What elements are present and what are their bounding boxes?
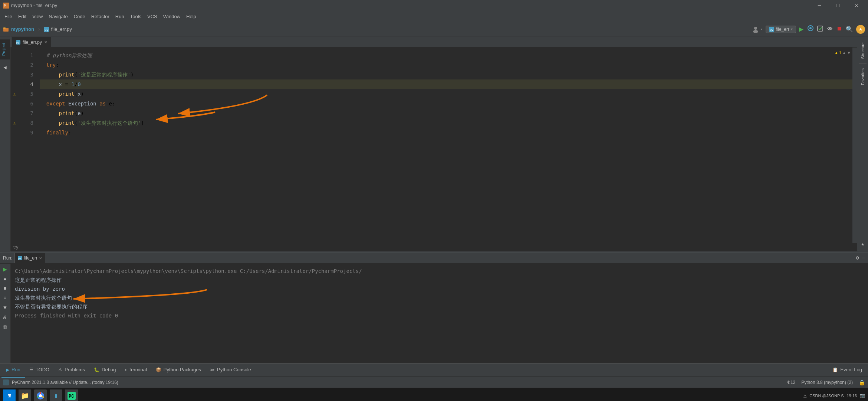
start-button[interactable]: ⊞ — [3, 389, 16, 401]
output-line-1: 这是正常的程序操作 — [15, 276, 864, 284]
tab-terminal[interactable]: ▪ Terminal — [120, 363, 151, 378]
tab-python-packages[interactable]: 📦 Python Packages — [151, 363, 206, 378]
svg-point-24 — [39, 394, 42, 397]
console-tab-icon: ≫ — [210, 367, 215, 372]
run-file-tab-close[interactable]: ✕ — [39, 256, 42, 260]
maximize-button[interactable]: □ — [829, 0, 846, 11]
menu-vcs[interactable]: VCS — [144, 12, 160, 21]
profile-button[interactable] — [826, 25, 833, 33]
run-tab-icon: ▶ — [6, 367, 9, 372]
run-settings-icon[interactable]: ⚙ — [856, 255, 859, 261]
warning-nav-up[interactable]: ▲ — [842, 50, 846, 55]
output-line-3: 发生异常时执行这个语句 — [15, 293, 864, 302]
svg-text:P: P — [4, 4, 6, 8]
taskbar-pycharm[interactable]: PC — [65, 389, 78, 401]
collapse-icon[interactable]: ◀ — [2, 63, 8, 72]
file-name-toolbar[interactable]: file_err.py — [51, 26, 72, 32]
code-line-3: print('这是正常的程序操作') — [40, 70, 852, 79]
explorer-icon: 📁 — [21, 392, 29, 400]
tab-debug[interactable]: 🐛 Debug — [89, 363, 120, 378]
tab-todo[interactable]: ☰ TODO — [25, 363, 54, 378]
coverage-button[interactable] — [817, 25, 823, 33]
run-configuration[interactable]: py file_err ▾ — [766, 26, 796, 33]
rerun-button[interactable]: ▶ — [1, 265, 9, 273]
user-avatar[interactable]: A — [856, 25, 865, 34]
menu-navigate[interactable]: Navigate — [46, 12, 70, 21]
menu-window[interactable]: Window — [160, 12, 183, 21]
warning-indicator[interactable]: ▲ 1 ▲ ▼ — [834, 50, 851, 55]
menu-view[interactable]: View — [29, 12, 46, 21]
clear-button[interactable]: 🗑 — [1, 323, 9, 331]
file-tabs: py file_err.py ✕ — [10, 36, 857, 48]
menu-edit[interactable]: Edit — [15, 12, 29, 21]
run-file-tab[interactable]: py file_err ✕ — [14, 253, 45, 263]
wrap-button[interactable]: ≡ — [1, 294, 9, 302]
file-tab-file-err[interactable]: py file_err.py ✕ — [12, 37, 51, 47]
tab-problems[interactable]: ⚠ Problems — [54, 363, 89, 378]
menu-run[interactable]: Run — [112, 12, 127, 21]
line-num-5: 5 — [30, 89, 33, 99]
search-button[interactable]: 🔍 — [846, 26, 853, 33]
output-line-4: 不管是否有异常都要执行的程序 — [15, 302, 864, 311]
tab-python-console[interactable]: ≫ Python Console — [206, 363, 256, 378]
editor-scrollbar[interactable] — [852, 48, 857, 243]
output-line-exit: Process finished with exit code 0 — [15, 311, 864, 320]
menu-refactor[interactable]: Refactor — [88, 12, 112, 21]
sidebar-settings-icon[interactable]: ★ — [859, 239, 865, 249]
minimize-button[interactable]: ─ — [811, 0, 828, 11]
taskbar-chrome[interactable] — [34, 389, 47, 401]
var-e-7: e — [78, 110, 80, 116]
run-collapse-icon[interactable]: ─ — [862, 255, 865, 261]
left-sidebar: Project ◀ — [0, 36, 10, 252]
menu-help[interactable]: Help — [183, 12, 199, 21]
output-line-division: division by zero — [15, 284, 864, 293]
scroll-down-button[interactable]: ▼ — [1, 304, 9, 312]
menu-code[interactable]: Code — [71, 12, 88, 21]
project-tab[interactable]: Project — [0, 39, 10, 59]
gutter-3 — [10, 70, 19, 79]
terminal-tab-label: Terminal — [129, 367, 147, 372]
debug-button[interactable] — [807, 25, 814, 33]
run-panel-controls: ⚙ ─ — [856, 255, 865, 261]
taskbar-explorer[interactable]: 📁 — [19, 389, 31, 401]
project-name[interactable]: mypython — [11, 26, 34, 32]
user-area[interactable]: ▾ — [752, 26, 763, 33]
fn-print-8: print — [59, 120, 75, 126]
svg-text:py: py — [770, 28, 773, 32]
tab-event-log[interactable]: 📋 Event Log — [828, 363, 867, 378]
menu-file[interactable]: File — [1, 12, 15, 21]
print-button[interactable]: 🖨 — [1, 313, 9, 322]
line-numbers: 1 2 3 4 5 6 7 8 9 — [19, 48, 37, 243]
warning-nav-down[interactable]: ▼ — [847, 50, 851, 55]
menu-tools[interactable]: Tools — [127, 12, 144, 21]
problems-tab-icon: ⚠ — [58, 367, 62, 372]
code-area[interactable]: # python异常处理 try: print('这是正常的程序操作') x =… — [37, 48, 852, 243]
editor-container: py file_err.py ✕ ⚠ ⚠ — [10, 36, 857, 252]
run-button[interactable]: ▶ — [799, 25, 803, 34]
var-x: x — [59, 81, 62, 87]
run-panel: Run: py file_err ✕ ⚙ ─ ▶ ▲ ■ ≡ ▼ 🖨 🗑 C: — [0, 252, 868, 363]
editor-body: ⚠ ⚠ 1 2 3 4 5 6 7 8 9 — [10, 48, 857, 243]
scroll-up-button[interactable]: ▲ — [1, 275, 9, 283]
colon-try: : — [56, 62, 59, 68]
svg-point-7 — [753, 30, 758, 33]
tab-close-icon[interactable]: ✕ — [44, 40, 47, 44]
structure-tab[interactable]: Structure — [859, 39, 867, 62]
todo-tab-icon: ☰ — [29, 367, 33, 372]
gutter-2 — [10, 60, 19, 70]
gutter-4 — [10, 79, 19, 89]
profile-icon — [826, 25, 833, 32]
python-icon: py — [16, 40, 20, 45]
favorites-tab[interactable]: Favorites — [859, 65, 867, 88]
eventlog-icon: 📋 — [832, 367, 838, 372]
tab-run[interactable]: ▶ Run — [1, 363, 25, 378]
stop-button[interactable] — [836, 25, 843, 33]
fn-print-5: print — [59, 91, 75, 97]
gutter-7 — [10, 108, 19, 118]
taskbar-terminal[interactable]: ▮ — [50, 389, 62, 401]
stop-icon — [836, 25, 843, 32]
close-button[interactable]: ✕ — [848, 0, 865, 11]
svg-point-11 — [809, 27, 812, 29]
tray-notifications: △ — [803, 393, 806, 398]
stop-run-button[interactable]: ■ — [1, 284, 9, 293]
